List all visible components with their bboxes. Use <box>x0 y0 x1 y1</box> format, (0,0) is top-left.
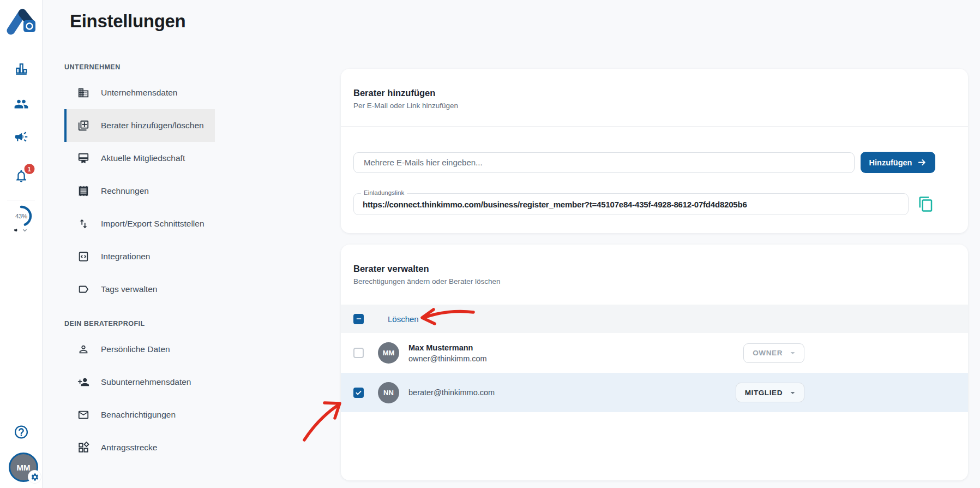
integrations-icon <box>77 251 89 263</box>
add-square-icon <box>77 120 89 132</box>
gear-icon[interactable] <box>28 471 41 483</box>
row-checkbox[interactable] <box>353 348 364 358</box>
tag-icon <box>77 283 89 295</box>
building-icon <box>77 87 89 99</box>
member-name: Max Mustermann <box>408 342 487 353</box>
delete-link[interactable]: Löschen <box>388 314 419 324</box>
progress-expand-control[interactable] <box>14 226 29 234</box>
notification-badge: 1 <box>24 164 34 174</box>
nav-section-beraterprofil: DEIN BERATERPROFIL <box>64 318 215 333</box>
person-icon <box>77 343 89 355</box>
bar-chart-icon[interactable] <box>14 62 28 76</box>
add-button[interactable]: Hinzufügen <box>861 152 935 173</box>
nav-item-aktuelle-mitgliedschaft[interactable]: Aktuelle Mitgliedschaft <box>64 142 215 175</box>
member-email: berater@thinkimmo.com <box>408 387 495 398</box>
nav-item-label: Subunternehmensdaten <box>101 377 191 387</box>
progress-label: 43% <box>9 204 33 228</box>
nav-item-integrationen[interactable]: Integrationen <box>64 240 215 273</box>
copy-icon[interactable] <box>917 195 935 213</box>
manage-advisors-card: Berater verwalten Berechtigungen ändern … <box>341 245 968 480</box>
user-avatar[interactable]: MM <box>9 453 38 482</box>
role-label: MITGLIED <box>745 389 783 397</box>
page-title: Einstellungen <box>70 11 185 32</box>
role-dropdown-member[interactable]: MITGLIED <box>736 383 804 402</box>
add-card-subtitle: Per E-Mail oder Link hinzufügen <box>353 101 955 111</box>
select-all-checkbox[interactable] <box>353 314 364 324</box>
invite-link-label: Einladungslink <box>361 189 407 196</box>
invite-link-field[interactable]: Einladungslink https://connect.thinkimmo… <box>353 193 909 215</box>
chevron-down-icon <box>787 388 798 398</box>
settings-content: Berater hinzufügen Per E-Mail oder Link … <box>341 69 968 480</box>
row-avatar-initials: MM <box>383 349 395 357</box>
member-row-selected: NN berater@thinkimmo.com MITGLIED <box>341 373 968 412</box>
rail-divider <box>7 200 35 200</box>
progress-ring[interactable]: 43% <box>9 204 33 228</box>
nav-section-unternehmen: UNTERNEHMEN <box>64 61 215 76</box>
role-dropdown-owner[interactable]: OWNER <box>743 343 804 363</box>
nav-item-rechnungen[interactable]: Rechnungen <box>64 175 215 207</box>
settings-nav: UNTERNEHMEN Unternehmensdaten Berater hi… <box>64 61 215 464</box>
avatar-initials: MM <box>17 463 31 472</box>
thinkimmo-logo-icon[interactable] <box>5 3 37 37</box>
row-checkbox[interactable] <box>353 388 364 398</box>
nav-item-label: Unternehmensdaten <box>101 88 177 98</box>
mail-icon <box>77 409 89 421</box>
megaphone-icon[interactable] <box>14 129 28 144</box>
nav-item-label: Persönliche Daten <box>101 344 170 354</box>
nav-item-tags-verwalten[interactable]: Tags verwalten <box>64 273 215 306</box>
member-row-owner: MM Max Mustermann owner@thinkimm.com OWN… <box>341 333 968 373</box>
member-email: owner@thinkimm.com <box>408 353 487 364</box>
manage-card-subtitle: Berechtigungen ändern oder Berater lösch… <box>353 277 955 287</box>
nav-item-persoenliche-daten[interactable]: Persönliche Daten <box>64 333 215 366</box>
add-advisor-card: Berater hinzufügen Per E-Mail oder Link … <box>341 69 968 233</box>
card-divider <box>341 126 968 127</box>
invite-link-value: https://connect.thinkimmo.com/business/r… <box>363 200 747 209</box>
receipt-icon <box>77 185 89 197</box>
people-icon[interactable] <box>14 97 28 111</box>
manage-card-title: Berater verwalten <box>353 263 955 274</box>
nav-item-import-export[interactable]: Import/Export Schnittstellen <box>64 207 215 240</box>
chevron-down-icon <box>787 348 798 358</box>
settings-screen: 1 43% MM <box>0 0 980 488</box>
nav-item-antragsstrecke[interactable]: Antragsstrecke <box>64 431 215 464</box>
nav-item-label: Aktuelle Mitgliedschaft <box>101 153 185 163</box>
nav-item-label: Import/Export Schnittstellen <box>101 219 205 229</box>
person-add-icon <box>77 376 89 388</box>
nav-item-berater-hinzufuegen-loeschen[interactable]: Berater hinzufügen/löschen <box>64 109 215 142</box>
emails-input[interactable] <box>353 152 855 173</box>
row-avatar: NN <box>378 382 399 403</box>
chevron-down-icon <box>21 226 29 234</box>
mini-megaphone-icon <box>14 227 20 233</box>
membership-card-icon <box>77 152 89 164</box>
nav-item-label: Berater hinzufügen/löschen <box>101 121 204 130</box>
widgets-icon <box>77 442 89 454</box>
nav-item-benachrichtigungen[interactable]: Benachrichtigungen <box>64 398 215 431</box>
table-toolbar: Löschen <box>341 305 968 333</box>
nav-item-label: Benachrichtigungen <box>101 410 176 420</box>
import-export-icon <box>77 218 89 230</box>
row-avatar: MM <box>378 342 399 364</box>
app-rail: 1 43% MM <box>0 0 43 488</box>
nav-item-unternehmensdaten[interactable]: Unternehmensdaten <box>64 76 215 109</box>
help-circle-icon[interactable] <box>13 424 29 440</box>
nav-item-label: Tags verwalten <box>101 284 157 294</box>
bell-icon[interactable]: 1 <box>14 169 28 183</box>
nav-item-label: Rechnungen <box>101 186 149 196</box>
row-avatar-initials: NN <box>383 389 394 397</box>
add-card-title: Berater hinzufügen <box>353 87 955 98</box>
arrow-right-icon <box>917 158 927 167</box>
nav-item-label: Antragsstrecke <box>101 443 157 453</box>
add-button-label: Hinzufügen <box>869 158 912 167</box>
nav-item-label: Integrationen <box>101 252 151 261</box>
role-label: OWNER <box>753 349 783 357</box>
nav-item-subunternehmensdaten[interactable]: Subunternehmensdaten <box>64 366 215 398</box>
